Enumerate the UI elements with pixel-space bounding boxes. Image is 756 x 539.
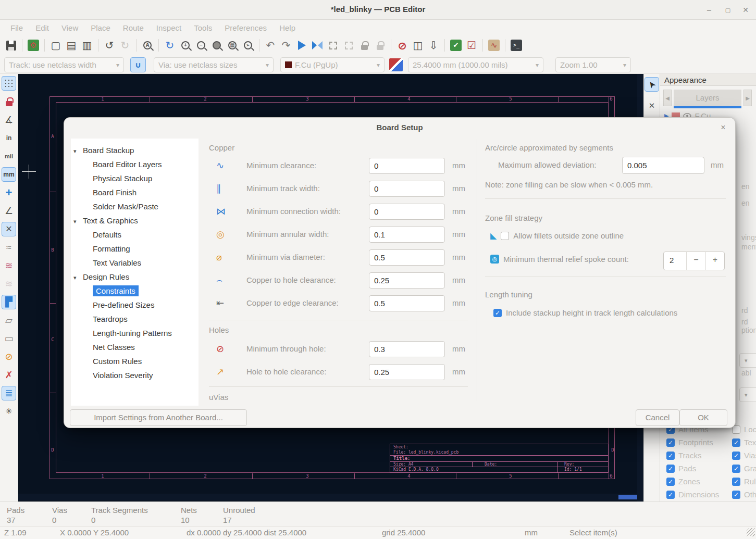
scripting-console-button[interactable]: >_ — [509, 37, 524, 53]
cancel-button[interactable]: Cancel — [636, 409, 679, 426]
tree-item-board-stackup[interactable]: ▾Board Stackup — [73, 144, 134, 157]
ratsnest-button[interactable]: ✕ — [2, 222, 16, 236]
print-button[interactable]: ▤ — [64, 37, 79, 53]
fillets-checkbox[interactable] — [501, 232, 509, 240]
flip-board-button[interactable] — [294, 37, 309, 53]
tree-item-pre-defined-sizes[interactable]: Pre-defined Sizes — [93, 298, 154, 312]
menu-file[interactable]: File — [4, 23, 29, 32]
minimize-icon[interactable]: – — [703, 4, 715, 16]
filter-checkbox[interactable] — [666, 465, 675, 473]
tree-item-custom-rules[interactable]: Custom Rules — [93, 355, 142, 368]
ratsnest-hidden-button[interactable]: ≋ — [2, 258, 16, 273]
update-pcb-button[interactable]: ⇩ — [426, 37, 441, 53]
resize-grip[interactable] — [747, 528, 755, 536]
spinner-plus-button[interactable]: + — [705, 252, 724, 270]
select-tool-button[interactable]: ➤ — [645, 77, 659, 92]
board-setup-button[interactable]: ⚙ — [26, 37, 41, 53]
filter-checkbox[interactable] — [732, 438, 740, 447]
menu-tools[interactable]: Tools — [188, 23, 218, 32]
zoom-objects-button[interactable]: ▦ — [225, 37, 240, 53]
zoom-in-button[interactable]: + — [178, 37, 193, 53]
plot-button[interactable]: ▥ — [79, 37, 95, 53]
zoom-out-button[interactable]: − — [193, 37, 209, 53]
footprint-browser-button[interactable]: ◫ — [410, 37, 426, 53]
polar-coords-button[interactable]: ∡ — [2, 112, 16, 127]
highlight-net-button[interactable]: ✕ — [645, 98, 659, 112]
tab-scroll-left-icon[interactable]: ◀ — [663, 90, 672, 106]
layer-select[interactable]: F.Cu (PgUp) — [280, 57, 385, 72]
net-colors-button[interactable]: ≋ — [2, 277, 16, 291]
zone-outline-button[interactable]: ▱ — [2, 313, 16, 328]
ungroup-button[interactable] — [341, 37, 356, 53]
group-button[interactable] — [325, 37, 341, 53]
canvas-hscrollbar[interactable] — [18, 494, 643, 500]
sketch-pads-button[interactable]: ▭ — [2, 331, 16, 346]
high-contrast-icon[interactable] — [389, 58, 403, 71]
auto-track-width-button[interactable]: ∪ — [130, 57, 146, 72]
tree-item-solder-mask-paste[interactable]: Solder Mask/Paste — [93, 200, 158, 214]
tree-item-text-variables[interactable]: Text Variables — [93, 256, 141, 270]
tab-layers[interactable]: Layers — [674, 90, 741, 106]
constraint-input[interactable] — [369, 204, 445, 220]
close-icon[interactable]: ✕ — [739, 4, 752, 16]
page-settings-button[interactable]: ▢ — [48, 37, 64, 53]
rotate-ccw-button[interactable]: ↶ — [263, 37, 278, 53]
length-tuner-button[interactable]: ∿ — [486, 37, 502, 53]
menu-edit[interactable]: Edit — [29, 23, 55, 32]
sketch-tracks-button[interactable]: ✗ — [2, 368, 16, 382]
footprint-editor-button[interactable]: ⊘ — [394, 37, 410, 53]
import-settings-button[interactable]: Import Settings from Another Board... — [70, 409, 247, 426]
snap-cursor-button[interactable]: + — [2, 185, 16, 200]
filter-checkbox[interactable] — [666, 491, 675, 499]
zoom-select[interactable]: Zoom 1.00 — [555, 57, 631, 72]
curved-ratsnest-button[interactable]: ≈ — [2, 240, 16, 255]
menu-preferences[interactable]: Preferences — [218, 23, 273, 32]
filter-checkbox[interactable] — [732, 465, 740, 473]
clipped-dropdown[interactable]: ▾ — [739, 387, 756, 402]
units-mm-button[interactable]: mm — [2, 167, 16, 182]
constraint-input[interactable] — [369, 181, 445, 197]
menu-place[interactable]: Place — [84, 23, 117, 32]
angle-45-button[interactable]: ∠ — [2, 204, 16, 218]
find-button[interactable]: A — [140, 37, 155, 53]
tree-item-constraints[interactable]: Constraints — [93, 284, 139, 298]
via-size-select[interactable]: Via: use netclass sizes — [154, 57, 274, 72]
grid-button[interactable] — [2, 76, 16, 91]
constraint-input[interactable] — [369, 158, 445, 174]
tree-item-net-classes[interactable]: Net Classes — [93, 341, 135, 354]
properties-panel-button[interactable]: ✳ — [2, 404, 16, 419]
constraint-input[interactable] — [369, 295, 445, 311]
rotate-cw-button[interactable]: ↷ — [278, 37, 294, 53]
expand-triangle-icon[interactable]: ▾ — [73, 271, 83, 284]
units-mils-button[interactable]: mil — [2, 149, 16, 164]
maximize-icon[interactable]: ▢ — [722, 4, 734, 16]
filter-checkbox[interactable] — [732, 491, 740, 499]
drc-check-button[interactable]: ✔ — [448, 37, 464, 53]
grid-select[interactable]: 25.4000 mm (1000.00 mils) — [408, 57, 543, 72]
deviation-input[interactable] — [622, 157, 704, 174]
constraint-input[interactable] — [369, 227, 445, 243]
drc-list-button[interactable]: ☑ — [464, 37, 479, 53]
clipped-dropdown[interactable]: ▾ — [739, 353, 756, 368]
zone-fill-button[interactable]: ▛ — [2, 295, 16, 309]
locked-items-button[interactable] — [2, 94, 16, 109]
tree-item-physical-stackup[interactable]: Physical Stackup — [93, 172, 152, 185]
filter-checkbox[interactable] — [732, 452, 740, 460]
menu-view[interactable]: View — [55, 23, 84, 32]
filter-checkbox[interactable] — [666, 478, 675, 486]
unlock-button[interactable] — [372, 37, 388, 53]
dialog-close-icon[interactable]: × — [717, 122, 729, 133]
constraint-input[interactable] — [369, 364, 445, 380]
tree-item-text-graphics[interactable]: ▾Text & Graphics — [73, 214, 138, 228]
menu-inspect[interactable]: Inspect — [150, 23, 188, 32]
tree-item-design-rules[interactable]: ▾Design Rules — [73, 270, 129, 284]
menu-help[interactable]: Help — [273, 23, 302, 32]
zoom-selection-button[interactable]: ➢ — [240, 37, 256, 53]
expand-triangle-icon[interactable]: ▾ — [73, 215, 83, 228]
lock-button[interactable] — [356, 37, 372, 53]
sketch-vias-button[interactable]: ⊘ — [2, 349, 16, 364]
constraint-input[interactable] — [369, 272, 445, 289]
tree-item-board-editor-layers[interactable]: Board Editor Layers — [93, 158, 162, 171]
save-button[interactable] — [3, 37, 19, 53]
expand-triangle-icon[interactable]: ▾ — [73, 144, 83, 158]
